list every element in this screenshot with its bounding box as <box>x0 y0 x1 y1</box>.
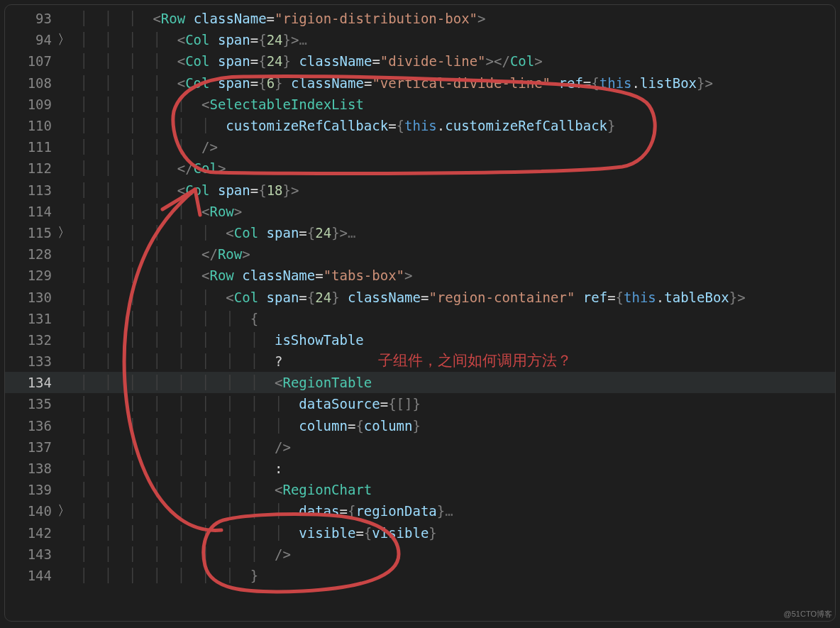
indent-guides: │ │ │ │ <box>72 182 177 198</box>
line-number: 113 <box>5 182 56 198</box>
line-number: 136 <box>5 418 56 434</box>
code-content[interactable]: dataSource={[]} <box>299 396 835 412</box>
line-number: 142 <box>5 525 56 541</box>
line-number: 94 <box>5 32 56 48</box>
code-line[interactable]: 142 │ │ │ │ │ │ │ │ │ visible={visible} <box>5 522 835 544</box>
code-content[interactable]: visible={visible} <box>299 525 835 541</box>
indent-guides: │ │ │ │ │ │ │ │ <box>72 332 275 348</box>
code-content[interactable]: } <box>250 568 835 583</box>
indent-guides: │ │ │ │ │ │ <box>72 225 226 241</box>
code-content[interactable]: <Col span={18}> <box>177 182 835 198</box>
indent-guides: │ │ │ │ <box>72 32 177 48</box>
line-number: 114 <box>5 204 56 219</box>
code-content[interactable]: <Row className="rigion-distribution-box"… <box>153 11 835 26</box>
line-number: 135 <box>5 396 56 412</box>
line-number: 129 <box>5 268 56 283</box>
code-line[interactable]: 108 │ │ │ │ <Col span={6} className="ver… <box>5 72 835 94</box>
code-line[interactable]: 129 │ │ │ │ │ <Row className="tabs-box"> <box>5 265 835 286</box>
code-content[interactable]: /> <box>275 439 835 455</box>
indent-guides: │ │ │ │ │ │ │ │ <box>72 439 275 455</box>
code-area[interactable]: 93 │ │ │ <Row className="rigion-distribu… <box>5 5 835 586</box>
code-content[interactable]: datas={regionData}… <box>299 503 835 519</box>
indent-guides: │ │ │ │ │ │ │ <box>72 568 250 583</box>
fold-chevron-icon[interactable]: 〉 <box>56 502 72 520</box>
code-line[interactable]: 130 │ │ │ │ │ │ <Col span={24} className… <box>5 286 835 307</box>
code-content[interactable]: /> <box>275 546 835 562</box>
code-line[interactable]: 115〉 │ │ │ │ │ │ <Col span={24}>… <box>5 222 835 243</box>
code-line[interactable]: 113 │ │ │ │ <Col span={18}> <box>5 180 835 201</box>
code-content[interactable]: ? <box>275 353 835 369</box>
code-content[interactable]: <Col span={24}>… <box>177 32 835 48</box>
indent-guides: │ │ │ │ │ │ │ │ <box>72 375 275 390</box>
code-line[interactable]: 93 │ │ │ <Row className="rigion-distribu… <box>5 8 835 29</box>
code-content[interactable]: : <box>275 461 835 476</box>
line-number: 112 <box>5 160 56 176</box>
code-line[interactable]: 137 │ │ │ │ │ │ │ │ /> <box>5 436 835 458</box>
indent-guides: │ │ │ │ │ │ │ <box>72 311 250 326</box>
indent-guides: │ │ │ │ │ │ <box>72 118 226 133</box>
indent-guides: │ │ │ │ │ │ │ │ <box>72 482 275 497</box>
code-line[interactable]: 134 │ │ │ │ │ │ │ │ <RegionTable <box>5 372 835 393</box>
watermark: @51CTO博客 <box>784 609 832 619</box>
indent-guides: │ │ │ │ │ <box>72 139 201 155</box>
code-line[interactable]: 94〉 │ │ │ │ <Col span={24}>… <box>5 29 835 50</box>
code-content[interactable]: <SelectableIndexList <box>201 97 835 112</box>
code-content[interactable]: </Row> <box>201 246 835 262</box>
code-content[interactable]: <RegionTable <box>275 375 835 390</box>
line-number: 132 <box>5 332 56 348</box>
code-line[interactable]: 112 │ │ │ │ </Col> <box>5 158 835 179</box>
code-content[interactable]: column={column} <box>299 418 835 434</box>
code-content[interactable]: <Row> <box>201 204 835 219</box>
code-line[interactable]: 131 │ │ │ │ │ │ │ { <box>5 308 835 329</box>
fold-chevron-icon[interactable]: 〉 <box>56 224 72 242</box>
code-line[interactable]: 139 │ │ │ │ │ │ │ │ <RegionChart <box>5 479 835 500</box>
line-number: 140 <box>5 503 56 519</box>
code-line[interactable]: 109 │ │ │ │ │ <SelectableIndexList <box>5 94 835 115</box>
line-number: 107 <box>5 53 56 69</box>
indent-guides: │ │ │ │ │ <box>72 246 201 262</box>
code-line[interactable]: 140〉 │ │ │ │ │ │ │ │ │ datas={regionData… <box>5 500 835 522</box>
code-line[interactable]: 143 │ │ │ │ │ │ │ │ /> <box>5 544 835 565</box>
line-number: 139 <box>5 482 56 497</box>
fold-chevron-icon[interactable]: 〉 <box>56 31 72 49</box>
line-number: 110 <box>5 118 56 133</box>
code-line[interactable]: 114 │ │ │ │ │ <Row> <box>5 201 835 222</box>
code-line[interactable]: 110 │ │ │ │ │ │ customizeRefCallback={th… <box>5 115 835 136</box>
line-number: 130 <box>5 290 56 305</box>
indent-guides: │ │ │ │ <box>72 160 177 176</box>
code-content[interactable]: <Row className="tabs-box"> <box>201 268 835 283</box>
line-number: 128 <box>5 246 56 262</box>
line-number: 144 <box>5 568 56 583</box>
code-content[interactable]: <Col span={24} className="divide-line"><… <box>177 53 835 69</box>
code-content[interactable]: customizeRefCallback={this.customizeRefC… <box>226 118 835 133</box>
code-content[interactable]: { <box>250 311 835 326</box>
code-content[interactable]: isShowTable <box>275 332 835 348</box>
code-line[interactable]: 135 │ │ │ │ │ │ │ │ │ dataSource={[]} <box>5 393 835 414</box>
editor-frame: 93 │ │ │ <Row className="rigion-distribu… <box>4 4 836 622</box>
code-content[interactable]: <Col span={24}>… <box>226 225 835 241</box>
code-content[interactable]: </Col> <box>177 160 835 176</box>
line-number: 109 <box>5 97 56 112</box>
line-number: 134 <box>5 375 56 390</box>
line-number: 143 <box>5 546 56 562</box>
code-line[interactable]: 111 │ │ │ │ │ /> <box>5 136 835 158</box>
code-line[interactable]: 132 │ │ │ │ │ │ │ │ isShowTable <box>5 329 835 351</box>
code-line[interactable]: 144 │ │ │ │ │ │ │ } <box>5 565 835 586</box>
indent-guides: │ │ │ │ │ │ │ │ <box>72 353 275 369</box>
code-line[interactable]: 138 │ │ │ │ │ │ │ │ : <box>5 458 835 479</box>
line-number: 138 <box>5 461 56 476</box>
line-number: 137 <box>5 439 56 455</box>
code-line[interactable]: 133 │ │ │ │ │ │ │ │ ? <box>5 351 835 372</box>
code-line[interactable]: 136 │ │ │ │ │ │ │ │ │ column={column} <box>5 415 835 436</box>
line-number: 133 <box>5 353 56 369</box>
line-number: 115 <box>5 225 56 241</box>
code-line[interactable]: 128 │ │ │ │ │ </Row> <box>5 243 835 265</box>
code-content[interactable]: <RegionChart <box>275 482 835 497</box>
indent-guides: │ │ │ │ │ │ <box>72 290 226 305</box>
code-content[interactable]: /> <box>201 139 835 155</box>
code-content[interactable]: <Col span={6} className="vertical-divide… <box>177 75 835 91</box>
indent-guides: │ │ │ │ <box>72 75 177 91</box>
code-line[interactable]: 107 │ │ │ │ <Col span={24} className="di… <box>5 50 835 72</box>
code-content[interactable]: <Col span={24} className="region-contain… <box>226 290 835 305</box>
indent-guides: │ │ │ │ │ │ │ │ <box>72 461 275 476</box>
